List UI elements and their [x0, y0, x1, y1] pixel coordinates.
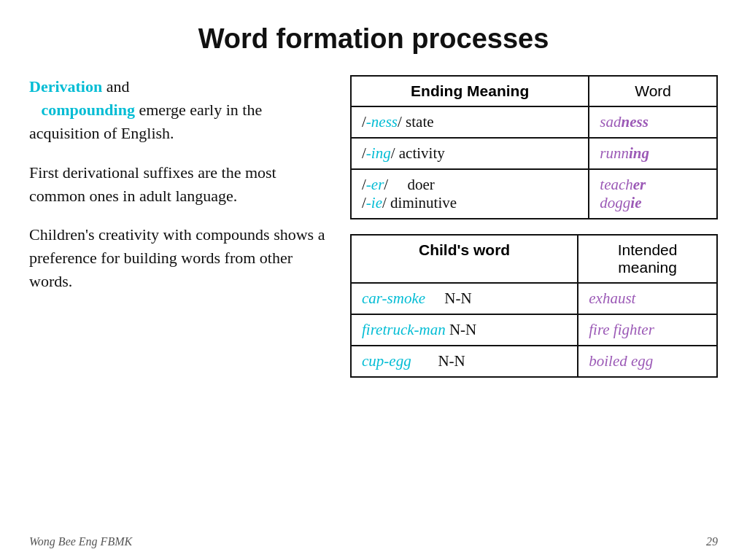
- slide: Word formation processes Derivation and …: [0, 0, 747, 560]
- table2-row-2: firetruck-man N-N fire fighter: [351, 314, 717, 346]
- table2-header-intended-meaning: Intendedmeaning: [578, 235, 717, 283]
- table2-cell-childs-word-1: car-smoke N-N: [351, 283, 578, 314]
- table2-cell-childs-word-2: firetruck-man N-N: [351, 314, 578, 346]
- table1-cell-ending-2: /-ing/ activity: [351, 138, 589, 169]
- footer-page: 29: [706, 535, 718, 548]
- table2-cell-meaning-1: exhaust: [578, 283, 717, 314]
- table1-cell-word-1: sadness: [589, 106, 717, 138]
- table1-row-3: /-er/ doer /-ie/ diminutive teacher dogg…: [351, 169, 717, 219]
- right-column: Ending Meaning Word /-ness/ state sadnes…: [350, 75, 718, 378]
- table2-header-childs-word: Child's word: [351, 235, 578, 283]
- slide-title: Word formation processes: [29, 23, 718, 55]
- paragraph-2: First derivational suffixes are the most…: [29, 161, 336, 208]
- table2-row-3: cup-egg N-N boiled egg: [351, 346, 717, 377]
- table2-cell-meaning-3: boiled egg: [578, 346, 717, 377]
- table1-row-1: /-ness/ state sadness: [351, 106, 717, 138]
- table2-cell-childs-word-3: cup-egg N-N: [351, 346, 578, 377]
- table1-header-word: Word: [589, 76, 717, 106]
- table2: Child's word Intendedmeaning car-smoke N…: [350, 234, 718, 378]
- table1: Ending Meaning Word /-ness/ state sadnes…: [350, 75, 718, 219]
- paragraph-1: Derivation and compounding emerge early …: [29, 75, 336, 145]
- table1-cell-ending-1: /-ness/ state: [351, 106, 589, 138]
- table1-cell-word-3: teacher doggie: [589, 169, 717, 219]
- table2-row-1: car-smoke N-N exhaust: [351, 283, 717, 314]
- table2-header-row: Child's word Intendedmeaning: [351, 235, 717, 283]
- content-area: Derivation and compounding emerge early …: [29, 75, 718, 378]
- left-column: Derivation and compounding emerge early …: [29, 75, 336, 309]
- paragraph-3: Children's creativity with compounds sho…: [29, 223, 336, 293]
- footer: Wong Bee Eng FBMK 29: [0, 535, 747, 548]
- table1-header-ending: Ending Meaning: [351, 76, 589, 106]
- table1-row-2: /-ing/ activity running: [351, 138, 717, 169]
- paragraph1-and: and: [107, 77, 130, 96]
- word-compounding: compounding: [42, 101, 135, 119]
- table1-header-row: Ending Meaning Word: [351, 76, 717, 106]
- table1-cell-ending-3: /-er/ doer /-ie/ diminutive: [351, 169, 589, 219]
- table2-cell-meaning-2: fire fighter: [578, 314, 717, 346]
- word-derivation: Derivation: [29, 77, 102, 96]
- footer-credit: Wong Bee Eng FBMK: [29, 535, 132, 548]
- table1-cell-word-2: running: [589, 138, 717, 169]
